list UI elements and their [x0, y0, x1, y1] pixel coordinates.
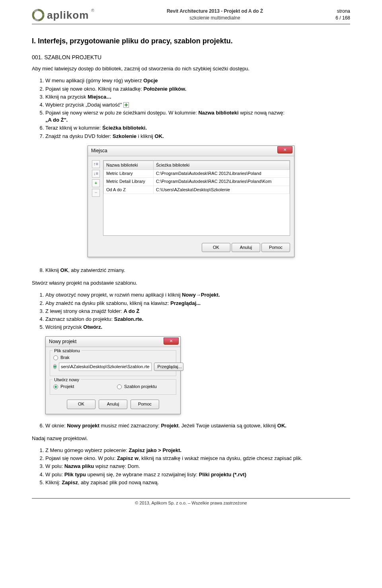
close-icon: ✕	[283, 147, 286, 153]
radio-brak[interactable]	[53, 355, 58, 360]
list-item: W menu aplikacji (górny lewy róg) wybier…	[45, 77, 350, 84]
plus-icon	[123, 102, 129, 108]
list-item: Wciśnij przycisk Otwórz.	[45, 324, 350, 331]
list-item: Kliknij OK, aby zatwierdzić zmiany.	[45, 267, 350, 274]
dialog-title: Miejsca	[91, 147, 107, 154]
subsection-heading: 001. SZABLON PROJEKTU	[32, 54, 350, 62]
list-item: Pojawi się nowe okno. W polu: Zapisz w, …	[45, 455, 350, 462]
add-button[interactable]: +	[92, 179, 100, 187]
list-item: Pojawi się nowe okno. Kliknij na zakładk…	[45, 85, 350, 93]
create-new-fieldset: Utwórz nowy Projekt Szablon projektu	[50, 379, 176, 395]
radio-template-file[interactable]	[53, 364, 57, 369]
list-item: Aby otworzyć nowy projekt, w rozwiń menu…	[45, 291, 350, 299]
template-path-input[interactable]: sers\AZaleska\Desktop\Szkolenie\Szablon.…	[59, 363, 152, 371]
page-footer: © 2013, Aplikom Sp. z o.o. – Wszelkie pr…	[32, 498, 350, 506]
table-row[interactable]: Od A do Z C:\Users\AZaleska\Desktop\Szko…	[104, 186, 290, 194]
list-item: Kliknij: Zapisz, aby zapisać plik pod no…	[45, 479, 350, 486]
ok-button[interactable]: OK	[202, 243, 230, 252]
table-row[interactable]: Metric Detail Library C:\ProgramData\Aut…	[104, 178, 290, 186]
help-button[interactable]: Pomoc	[131, 400, 159, 409]
browse-button[interactable]: Przeglądaj...	[154, 363, 183, 371]
list-item: Wybierz przycisk „Dodaj wartość"	[45, 101, 350, 109]
table-header[interactable]: Ścieżka biblioteki	[153, 161, 289, 169]
radio-projekt[interactable]	[53, 384, 58, 389]
radio-szablon-projektu[interactable]	[117, 384, 122, 389]
list-item: Z Menu górnego wybierz polecenie: Zapisz…	[45, 447, 350, 454]
list-item: Aby znaleźć na dysku plik szablonu, klik…	[45, 300, 350, 307]
dialog-titlebar: Miejsca ✕	[88, 146, 294, 156]
header-center: Revit Architecture 2013 - Projekt od A d…	[167, 8, 263, 21]
logo-text: aplikom	[47, 8, 89, 22]
table-header[interactable]: Nazwa biblioteki	[104, 161, 154, 169]
logo-registered: ®	[91, 8, 94, 14]
paragraph: Stwórz własny projekt na podstawie szabl…	[32, 279, 350, 287]
dialog-title: Nowy projekt	[49, 338, 76, 345]
instruction-list-1b: Kliknij OK, aby zatwierdzić zmiany.	[45, 267, 350, 274]
close-icon: ✕	[170, 338, 173, 344]
move-down-button[interactable]: ↓≡	[92, 170, 100, 178]
close-button[interactable]: ✕	[164, 338, 179, 345]
page-header: aplikom ® Revit Architecture 2013 - Proj…	[32, 8, 350, 24]
instruction-list-1: W menu aplikacji (górny lewy róg) wybier…	[45, 77, 350, 140]
dialog-toolbar: ↑≡ ↓≡ + −	[92, 160, 101, 236]
instruction-list-3: Z Menu górnego wybierz polecenie: Zapisz…	[45, 447, 350, 486]
list-item: W oknie: Nowy projekt musisz mieć zaznac…	[45, 422, 350, 429]
instruction-list-2: Aby otworzyć nowy projekt, w rozwiń menu…	[45, 291, 350, 331]
dialog-titlebar: Nowy projekt ✕	[46, 337, 180, 347]
cancel-button[interactable]: Anuluj	[232, 243, 260, 252]
list-item: Z lewej strony okna znajdź folder: A do …	[45, 308, 350, 315]
close-button[interactable]: ✕	[277, 146, 292, 153]
remove-button[interactable]: −	[92, 189, 100, 197]
radio-label: Brak	[60, 355, 70, 361]
intro-paragraph: Aby mieć łatwiejszy dostęp do bibliotek,…	[32, 65, 350, 72]
logo: aplikom ®	[32, 8, 94, 22]
template-fieldset: Plik szablonu Brak sers\AZaleska\Desktop…	[50, 350, 176, 376]
header-right: strona 6 / 168	[335, 8, 350, 21]
table-row[interactable]: Metric Library C:\ProgramData\Autodesk\R…	[104, 170, 290, 178]
list-item: Znajdź na dysku DVD folder: Szkolenie i …	[45, 133, 350, 140]
list-item: Teraz kliknij w kolumnie: Ścieżka biblio…	[45, 124, 350, 132]
dialog-new-project: Nowy projekt ✕ Plik szablonu Brak sers\A…	[45, 336, 181, 414]
list-item: W polu: Plik typu upewnij się, że wybran…	[45, 471, 350, 478]
ok-button[interactable]: OK	[67, 400, 96, 409]
move-up-button[interactable]: ↑≡	[92, 160, 100, 168]
library-table[interactable]: Nazwa biblioteki Ścieżka biblioteki Metr…	[103, 160, 290, 236]
list-item: W polu: Nazwa pliku wpisz nazwę: Dom.	[45, 463, 350, 470]
logo-icon	[32, 9, 45, 21]
list-item: Pojawi się nowy wiersz w polu ze ścieżka…	[45, 109, 350, 124]
dialog-miejsca: Miejsca ✕ ↑≡ ↓≡ + − Nazwa biblioteki Ści…	[88, 146, 294, 257]
radio-label: Szablon projektu	[124, 384, 157, 390]
cancel-button[interactable]: Anuluj	[99, 400, 127, 409]
radio-label: Projekt	[60, 384, 74, 390]
paragraph: Nadaj nazwę projektowi.	[32, 435, 350, 442]
instruction-list-2b: W oknie: Nowy projekt musisz mieć zaznac…	[45, 422, 350, 429]
help-button[interactable]: Pomoc	[261, 243, 290, 252]
list-item: Zaznacz szablon do projektu: Szablon.rte…	[45, 316, 350, 323]
section-heading: I. Interfejs, przygotowanie pliku do pra…	[32, 36, 350, 46]
list-item: Kliknij na przycisk Miejsca…	[45, 93, 350, 101]
